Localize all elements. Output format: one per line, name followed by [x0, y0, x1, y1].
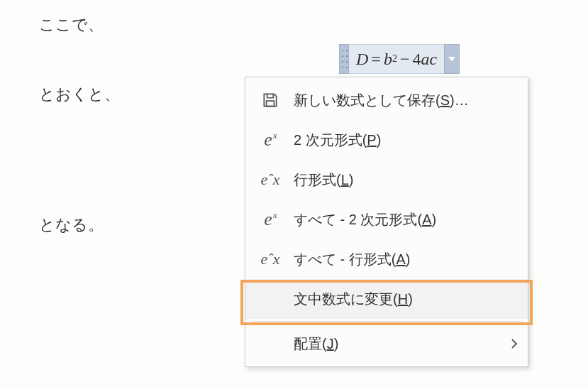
menu-item-justification[interactable]: 配置(J) — [245, 324, 528, 364]
menu-item-save-as-new-equation[interactable]: 新しい数式として保存(S)… — [245, 80, 528, 120]
e-to-x-professional-icon: ex — [255, 125, 285, 155]
menu-label: 文中数式に変更(H) — [294, 290, 413, 309]
chevron-right-icon — [511, 338, 518, 349]
paragraph-3: となる。 — [39, 214, 104, 236]
chevron-down-icon — [448, 57, 455, 61]
eq-var-a: a — [421, 50, 429, 69]
menu-separator — [250, 321, 523, 322]
menu-label: 配置(J) — [294, 334, 338, 354]
eq-equals: = — [371, 50, 381, 69]
equation-drag-handle[interactable] — [339, 44, 349, 74]
menu-item-professional[interactable]: ex 2 次元形式(P) — [245, 120, 528, 160]
svg-rect-0 — [267, 101, 274, 107]
blank-icon — [255, 329, 285, 359]
e-caret-x-linear-icon: eˆx — [255, 165, 285, 195]
equation-options-menu: 新しい数式として保存(S)… ex 2 次元形式(P) eˆx 行形式(L) e… — [245, 77, 528, 367]
menu-label: 行形式(L) — [294, 170, 353, 190]
menu-label: 新しい数式として保存(S)… — [294, 91, 469, 110]
equation-options-dropdown[interactable] — [444, 44, 460, 74]
menu-label: すべて - 2 次元形式(A) — [294, 210, 436, 229]
equation-object[interactable]: D = b2 − 4ac — [339, 44, 460, 74]
menu-label: すべて - 行形式(A) — [294, 250, 410, 269]
eq-minus: − — [400, 50, 410, 69]
eq-var-c: c — [429, 50, 437, 69]
eq-4: 4 — [412, 50, 421, 69]
eq-var-D: D — [356, 50, 368, 69]
menu-item-all-professional[interactable]: ex すべて - 2 次元形式(A) — [245, 200, 528, 239]
equation-content[interactable]: D = b2 − 4ac — [349, 44, 444, 74]
menu-item-all-linear[interactable]: eˆx すべて - 行形式(A) — [245, 239, 528, 279]
document-canvas: ここで、 とおくと、 となる。 D = b2 − 4ac 新しい数式として保存(… — [0, 0, 588, 387]
menu-item-change-to-inline[interactable]: 文中数式に変更(H) — [245, 279, 528, 319]
save-icon — [255, 85, 285, 115]
menu-item-linear[interactable]: eˆx 行形式(L) — [245, 160, 528, 200]
paragraph-2: とおくと、 — [39, 84, 120, 105]
eq-var-b: b — [384, 50, 392, 69]
e-to-x-professional-icon: ex — [255, 205, 285, 234]
eq-sup-2: 2 — [392, 53, 397, 65]
e-caret-x-linear-icon: eˆx — [255, 244, 285, 274]
menu-label: 2 次元形式(P) — [294, 131, 381, 150]
blank-icon — [255, 284, 285, 314]
paragraph-1: ここで、 — [39, 14, 104, 36]
